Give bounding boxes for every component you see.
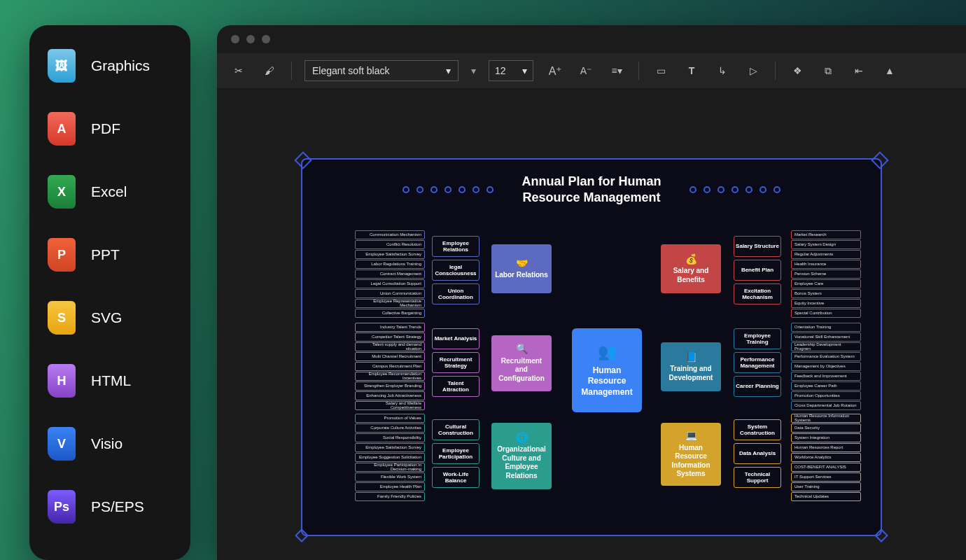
sub-node[interactable]: Work-Life Balance — [432, 467, 479, 488]
export-ps[interactable]: PsPS/EPS — [48, 490, 172, 524]
leaf-node[interactable]: Employee Care — [791, 279, 861, 288]
leaf-node[interactable]: Employee Career Path — [791, 382, 861, 391]
sub-node[interactable]: Career Planning — [734, 376, 781, 397]
sub-node[interactable]: System Construction — [734, 419, 781, 440]
leaf-node[interactable]: COST-BENEFIT ANALYSIS — [791, 463, 861, 472]
cat-training-dev[interactable]: 📘Training and Development — [661, 342, 721, 391]
leaf-node[interactable]: Labor Regulations Training — [355, 260, 425, 269]
text-tool-icon[interactable]: T — [682, 62, 701, 80]
leaf-node[interactable]: Pension Scheme — [791, 270, 861, 279]
window-minimize-icon[interactable] — [246, 35, 255, 43]
connector-tool-icon[interactable]: ↳ — [713, 62, 732, 80]
flip-icon[interactable]: ▲ — [881, 62, 899, 80]
sub-node[interactable]: Employee Relations — [432, 236, 479, 257]
group-icon[interactable]: ⧉ — [819, 62, 837, 80]
leaf-node[interactable]: Regular Adjustments — [791, 250, 861, 259]
sub-node[interactable]: Data Analysis — [734, 443, 781, 464]
leaf-node[interactable]: Contract Management — [355, 270, 425, 279]
leaf-node[interactable]: Feedback and Improvement — [791, 372, 861, 381]
export-ppt[interactable]: PPPT — [48, 238, 172, 272]
export-excel[interactable]: XExcel — [48, 175, 172, 209]
export-svg[interactable]: SSVG — [48, 301, 172, 335]
leaf-node[interactable]: Technical Updates — [791, 492, 861, 501]
leaf-node[interactable]: Promotion Opportunities — [791, 391, 861, 400]
leaf-node[interactable]: Salary System Design — [791, 240, 861, 249]
leaf-node[interactable]: Employee Satisfaction Survey — [355, 443, 425, 452]
sub-node[interactable]: Union Coordination — [432, 284, 479, 304]
center-node[interactable]: 👥Human Resource Management — [572, 328, 642, 412]
leaf-node[interactable]: Employee Suggestion Solicitation — [355, 453, 425, 462]
window-close-icon[interactable] — [231, 35, 239, 43]
cat-labor-relations[interactable]: 🤝Labor Relations — [491, 244, 552, 293]
leaf-node[interactable]: Leadership Development Program — [791, 342, 861, 351]
leaf-node[interactable]: Human Resource Information Systems — [791, 414, 861, 423]
leaf-node[interactable]: Workforce Analytics — [791, 453, 861, 462]
sub-node[interactable]: Cultural Construction — [432, 419, 479, 440]
leaf-node[interactable]: Employee Satisfaction Survey — [355, 250, 425, 259]
leaf-node[interactable]: Cross Departmental Job Rotation — [791, 401, 861, 410]
leaf-node[interactable]: Competitor Talent Strategy — [355, 332, 425, 342]
leaf-node[interactable]: Legal Consultation Support — [355, 279, 425, 288]
leaf-node[interactable]: Health Insurance — [791, 260, 861, 269]
leaf-node[interactable]: Social Responsibility — [355, 433, 425, 442]
leaf-node[interactable]: Employee Health Plan — [355, 482, 425, 491]
align-icon[interactable]: ≡▾ — [608, 62, 626, 80]
leaf-node[interactable]: Campus Recruitment Plan — [355, 362, 425, 371]
export-html[interactable]: HHTML — [48, 364, 172, 398]
font-family-select[interactable]: Elegant soft black▾ — [304, 60, 458, 81]
leaf-node[interactable]: Multi Channel Recruitment — [355, 352, 425, 361]
sub-node[interactable]: legal Consciousness — [432, 260, 479, 281]
sub-node[interactable]: Employee Participation — [432, 443, 479, 464]
cut-icon[interactable]: ✂ — [230, 62, 248, 80]
window-maximize-icon[interactable] — [262, 35, 270, 43]
leaf-node[interactable]: Data Security — [791, 424, 861, 433]
leaf-node[interactable]: Enhancing Job Attractiveness — [355, 391, 425, 400]
leaf-node[interactable]: Talent supply and demand situation — [355, 342, 425, 351]
leaf-node[interactable]: Family Friendly Policies — [355, 492, 425, 501]
sub-node[interactable]: Excitation Mechanism — [734, 284, 781, 304]
leaf-node[interactable]: Industry Talent Trends — [355, 323, 425, 332]
leaf-node[interactable]: Equity Incentive — [791, 299, 861, 308]
leaf-node[interactable]: Promotion of Values — [355, 414, 425, 423]
sub-node[interactable]: Market Analysis — [432, 328, 479, 349]
layers-icon[interactable]: ❖ — [788, 62, 806, 80]
cat-hris[interactable]: 💻Human Resource Information Systems — [661, 423, 721, 486]
increase-font-icon[interactable]: A⁺ — [546, 62, 564, 80]
leaf-node[interactable]: Special Contribution — [791, 309, 861, 318]
leaf-node[interactable]: User Training — [791, 482, 861, 491]
sub-node[interactable]: Talent Attraction — [432, 376, 479, 397]
diagram-canvas[interactable]: Annual Plan for Human Resource Managemen… — [301, 158, 882, 536]
pointer-tool-icon[interactable]: ▷ — [744, 62, 762, 80]
leaf-node[interactable]: System Integration — [791, 433, 861, 442]
chevron-down-icon[interactable]: ▾ — [471, 65, 476, 76]
cat-org-culture[interactable]: 🌐Organizational Culture and Employee Rel… — [491, 423, 552, 489]
export-graphics[interactable]: 🖼Graphics — [48, 49, 172, 83]
leaf-node[interactable]: Conflict Resolution — [355, 240, 425, 249]
leaf-node[interactable]: Human Resources Report — [791, 443, 861, 452]
format-painter-icon[interactable]: 🖌 — [260, 62, 279, 80]
leaf-node[interactable]: Salary and Welfare Competitiveness — [355, 401, 425, 410]
cat-recruitment[interactable]: 🔍Recruitment and Configuration — [491, 335, 552, 391]
sub-node[interactable]: Employee Training — [734, 328, 781, 349]
leaf-node[interactable]: Vocational Skill Enhancement — [791, 332, 861, 342]
leaf-node[interactable]: Bonus System — [791, 289, 861, 298]
decrease-font-icon[interactable]: A⁻ — [577, 62, 595, 80]
leaf-node[interactable]: Management by Objectives — [791, 362, 861, 371]
leaf-node[interactable]: Employee Participation in Decision-makin… — [355, 463, 425, 472]
sub-node[interactable]: Performance Management — [734, 352, 781, 373]
leaf-node[interactable]: Corporate Culture Activities — [355, 424, 425, 433]
leaf-node[interactable]: Flexible Work System — [355, 472, 425, 482]
leaf-node[interactable]: Market Research — [791, 230, 861, 239]
leaf-node[interactable]: Union Communication — [355, 289, 425, 298]
export-pdf[interactable]: APDF — [48, 112, 172, 146]
sub-node[interactable]: Recruitment Strategy — [432, 352, 479, 373]
sub-node[interactable]: Salary Structure — [734, 236, 781, 257]
sub-node[interactable]: Technical Support — [734, 467, 781, 488]
leaf-node[interactable]: IT Support Services — [791, 472, 861, 482]
leaf-node[interactable]: Orientation Training — [791, 323, 861, 332]
leaf-node[interactable]: Employee Representative Mechanism — [355, 299, 425, 308]
export-visio[interactable]: VVisio — [48, 427, 172, 461]
leaf-node[interactable]: Collective Bargaining — [355, 309, 425, 318]
leaf-node[interactable]: Employee Recommendation Incentives — [355, 372, 425, 381]
cat-salary-benefits[interactable]: 💰Salary and Benefits — [661, 244, 721, 293]
